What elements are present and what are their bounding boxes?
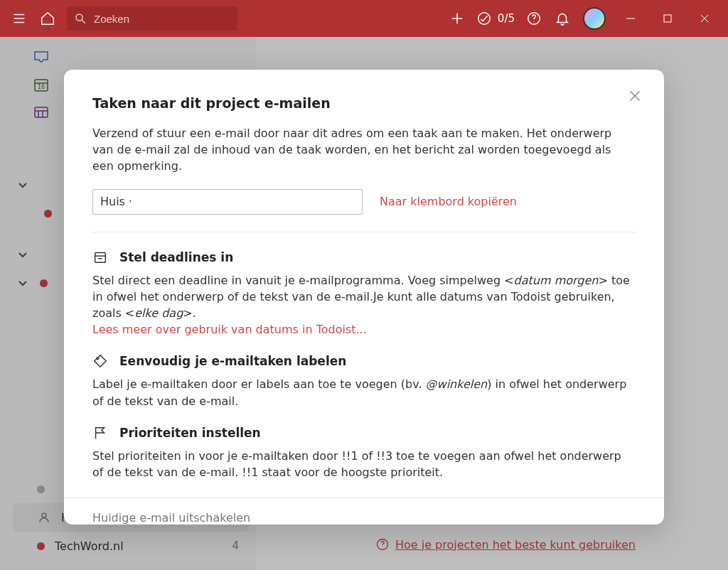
dialog-description: Verzend of stuur een e-mail door naar di…	[92, 125, 636, 175]
calendar-icon	[92, 249, 108, 265]
avatar[interactable]	[583, 7, 606, 30]
tip-title: Stel deadlines in	[119, 250, 233, 264]
tip-labels: Eenvoudig je e-mailtaken labelen Label j…	[92, 353, 636, 409]
tip-body: Label je e-mailtaken door er labels aan …	[92, 376, 636, 409]
svg-line-4	[82, 20, 85, 23]
home-button[interactable]	[36, 6, 60, 31]
tag-icon	[92, 353, 108, 369]
divider	[92, 232, 636, 232]
close-button[interactable]	[627, 88, 643, 107]
productivity-button[interactable]	[473, 6, 495, 31]
svg-point-3	[76, 14, 82, 21]
svg-rect-26	[95, 252, 106, 262]
email-address-field[interactable]: Huis ·	[92, 189, 363, 215]
menu-button[interactable]	[7, 6, 31, 31]
close-icon	[627, 88, 643, 104]
tip-deadlines: Stel deadlines in Stel direct een deadli…	[92, 249, 636, 338]
productivity-counter: 0/5	[498, 12, 515, 25]
add-button[interactable]	[445, 6, 469, 31]
notifications-button[interactable]	[550, 6, 574, 31]
search-input[interactable]	[92, 12, 220, 26]
tip-priorities: Prioriteiten instellen Stel prioriteiten…	[92, 425, 636, 480]
tip-body: Stel prioriteiten in voor je e-mailtaken…	[92, 448, 636, 480]
tip-body: Stel direct een deadline in vanuit je e-…	[92, 272, 636, 338]
disable-email-link[interactable]: Huidige e-mail uitschakelen	[64, 498, 664, 537]
svg-point-7	[478, 13, 491, 25]
tip-title: Eenvoudig je e-mailtaken labelen	[119, 354, 346, 368]
search-icon	[74, 12, 87, 25]
window-minimize[interactable]	[614, 6, 647, 31]
dates-learn-more-link[interactable]: Lees meer over gebruik van datums in Tod…	[92, 323, 367, 336]
copy-to-clipboard-link[interactable]: Naar klembord kopiëren	[380, 195, 517, 208]
window-close[interactable]	[688, 6, 721, 31]
flag-icon	[92, 425, 108, 441]
window-maximize[interactable]	[651, 6, 684, 31]
tip-title: Prioriteiten instellen	[119, 426, 261, 440]
topbar: 0/5	[0, 0, 728, 37]
modal-overlay[interactable]: Taken naar dit project e-mailen Verzend …	[0, 37, 728, 570]
help-button[interactable]	[522, 6, 546, 31]
svg-rect-11	[664, 15, 671, 22]
email-tasks-dialog: Taken naar dit project e-mailen Verzend …	[64, 70, 664, 525]
search-field[interactable]	[67, 6, 237, 31]
email-address-value: Huis ·	[100, 195, 132, 208]
dialog-title: Taken naar dit project e-mailen	[92, 95, 636, 111]
